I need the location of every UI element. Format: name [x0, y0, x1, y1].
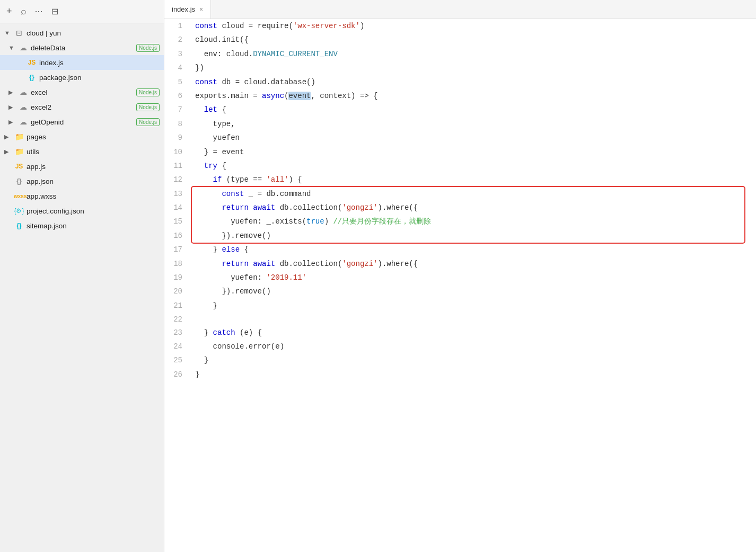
- plain-token: db.collection(: [275, 260, 342, 268]
- arrow-icon: ▶: [8, 89, 16, 96]
- json-file-icon: {}: [14, 177, 24, 185]
- plain-token: _ = db.command: [244, 190, 311, 198]
- file-label: project.config.json: [27, 207, 160, 215]
- plain-token: type,: [195, 120, 235, 128]
- arrow-icon: ▶: [8, 104, 16, 111]
- line-code: type,: [191, 117, 756, 131]
- sidebar-item-getOpenid[interactable]: ▶ ☁ getOpenid Node.js: [0, 114, 164, 129]
- line-number: 22: [164, 313, 191, 325]
- search-icon[interactable]: ⌕: [21, 6, 27, 17]
- folder-icon: 📁: [14, 147, 24, 156]
- line-code: } = event: [191, 145, 756, 159]
- sidebar-item-deleteData[interactable]: ▼ ☁ deleteData Node.js: [0, 40, 164, 55]
- sidebar-item-index-js[interactable]: ▷ JS index.js: [0, 55, 164, 70]
- plain-token: {: [217, 105, 226, 114]
- table-row: 24 console.error(e): [164, 340, 756, 353]
- plain-token: db = cloud.database(): [222, 78, 315, 86]
- line-number: 12: [164, 173, 191, 186]
- table-row: 1const cloud = require('wx-server-sdk'): [164, 19, 756, 33]
- table-row: 11 try {: [164, 159, 756, 173]
- table-row: 19 yuefen: '2019.11': [164, 271, 756, 284]
- tab-index-js[interactable]: index.js ×: [164, 0, 211, 19]
- keyword-token: await: [253, 260, 275, 268]
- sidebar-item-project-config[interactable]: ▷ {⚙} project.config.json: [0, 203, 164, 218]
- line-number: 18: [164, 257, 191, 271]
- line-number: 19: [164, 271, 191, 284]
- table-row: 2cloud.init({: [164, 33, 756, 47]
- line-number: 7: [164, 103, 191, 117]
- code-editor[interactable]: 1const cloud = require('wx-server-sdk')2…: [164, 19, 756, 552]
- keyword-token: try: [204, 162, 217, 170]
- keyword-token: catch: [213, 328, 235, 337]
- sidebar-item-app-json[interactable]: ▷ {} app.json: [0, 174, 164, 189]
- sidebar-item-package-json[interactable]: ▷ {} package.json: [0, 70, 164, 85]
- keyword-token: const: [222, 190, 244, 198]
- sidebar-item-excel2[interactable]: ▶ ☁ excel2 Node.js: [0, 100, 164, 114]
- arrow-icon: ▶: [4, 148, 12, 155]
- line-code: if (type == 'all') {: [191, 173, 756, 186]
- table-row: 3 env: cloud.DYNAMIC_CURRENT_ENV: [164, 47, 756, 61]
- sidebar-item-app-wxss[interactable]: ▷ wxss app.wxss: [0, 189, 164, 203]
- folder-label: pages: [27, 133, 160, 141]
- sidebar-item-sitemap-json[interactable]: ▷ {} sitemap.json: [0, 218, 164, 233]
- line-number: 4: [164, 61, 191, 75]
- plain-token: }: [195, 245, 222, 254]
- line-code: env: cloud.DYNAMIC_CURRENT_ENV: [191, 47, 756, 61]
- file-label: package.json: [39, 74, 160, 82]
- layout-icon[interactable]: ⊟: [51, 6, 58, 16]
- plain-token: db.collection(: [275, 203, 342, 212]
- line-code: }).remove(): [191, 229, 756, 243]
- folder-label: utils: [27, 148, 160, 156]
- cloud-folder-icon: ☁: [18, 43, 29, 52]
- sidebar-item-pages[interactable]: ▶ 📁 pages: [0, 129, 164, 144]
- sidebar-item-excel[interactable]: ▶ ☁ excel Node.js: [0, 85, 164, 100]
- keyword-token: async: [262, 92, 284, 100]
- arrow-icon: ▼: [4, 30, 12, 36]
- add-icon[interactable]: +: [6, 6, 12, 17]
- sidebar-toolbar: + ⌕ ··· ⊟: [0, 0, 164, 23]
- folder-label: excel2: [31, 103, 132, 111]
- line-number: 3: [164, 47, 191, 61]
- line-code: yuefen: [191, 131, 756, 145]
- plain-token: ) {: [288, 175, 302, 184]
- keyword-token: const: [195, 22, 222, 30]
- sidebar-item-root[interactable]: ▼ ⊡ cloud | yun: [0, 25, 164, 40]
- plain-token: yuefen: [195, 133, 240, 142]
- nodejs-badge: Node.js: [136, 88, 160, 96]
- table-row: 6exports.main = async(event, context) =>…: [164, 89, 756, 103]
- string-token: '2019.11': [266, 273, 306, 282]
- plain-token: [195, 175, 213, 184]
- table-row: 14 return await db.collection('gongzi').…: [164, 201, 756, 215]
- editor-area: index.js × 1const cloud = require('wx-se…: [164, 0, 756, 552]
- line-code: [191, 313, 756, 325]
- string-token: 'gongzi': [342, 260, 377, 268]
- table-row: 12 if (type == 'all') {: [164, 173, 756, 186]
- file-tree: ▼ ⊡ cloud | yun ▼ ☁ deleteData Node.js ▷…: [0, 23, 164, 552]
- line-number: 17: [164, 243, 191, 256]
- sidebar-item-utils[interactable]: ▶ 📁 utils: [0, 144, 164, 159]
- line-number: 8: [164, 117, 191, 131]
- tab-label: index.js: [172, 5, 195, 13]
- line-code: }: [191, 368, 756, 381]
- line-code: }): [191, 61, 756, 75]
- string-token: 'wx-server-sdk': [293, 22, 360, 30]
- table-row: 26}: [164, 368, 756, 381]
- line-code: const db = cloud.database(): [191, 75, 756, 89]
- tab-close-button[interactable]: ×: [199, 6, 203, 13]
- line-number: 15: [164, 215, 191, 228]
- line-code: const _ = db.command: [191, 187, 756, 201]
- line-code: } catch (e) {: [191, 326, 756, 340]
- plain-token: exports.main =: [195, 92, 262, 100]
- plain-token: yuefen: _.exists(: [195, 217, 306, 226]
- sidebar-item-app-js[interactable]: ▷ JS app.js: [0, 159, 164, 174]
- line-code: const cloud = require('wx-server-sdk'): [191, 19, 756, 33]
- line-number: 23: [164, 326, 191, 340]
- plain-token: ).where({: [378, 260, 418, 268]
- line-number: 26: [164, 368, 191, 381]
- line-code: cloud.init({: [191, 33, 756, 47]
- more-icon[interactable]: ···: [35, 6, 43, 17]
- keyword-token: return: [222, 203, 248, 212]
- plain-token: {: [240, 245, 249, 254]
- plain-token: (type ==: [222, 175, 266, 184]
- line-code: yuefen: _.exists(true) //只要月份字段存在，就删除: [191, 215, 756, 228]
